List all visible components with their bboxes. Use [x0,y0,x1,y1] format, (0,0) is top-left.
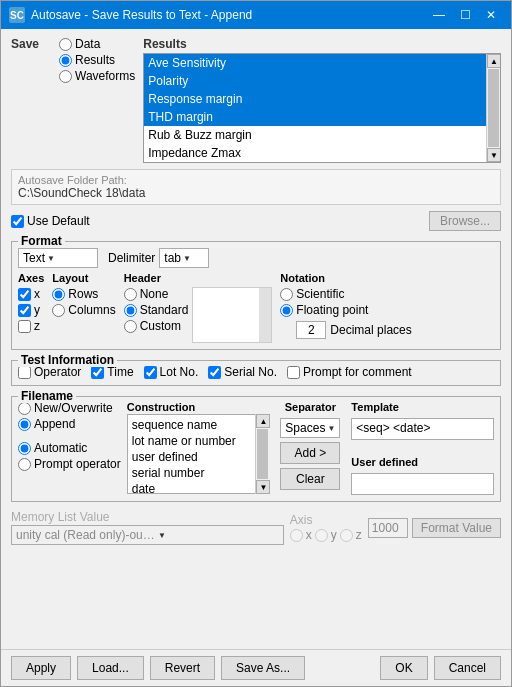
minimize-button[interactable]: — [427,5,451,25]
save-data-option[interactable]: Data [59,37,135,51]
separator-select[interactable]: Spaces ▼ [280,418,340,438]
construction-item[interactable]: serial number [130,465,255,481]
axes-z-row[interactable]: z [18,319,44,333]
operator-row[interactable]: Operator [18,365,81,379]
filename-append-radio[interactable] [18,418,31,431]
time-row[interactable]: Time [91,365,133,379]
decimal-input[interactable] [296,321,326,339]
axis-value-input[interactable] [368,518,408,538]
filename-automatic-row[interactable]: Automatic [18,441,121,455]
save-waveforms-option[interactable]: Waveforms [59,69,135,83]
axis-z-radio[interactable] [340,529,353,542]
filename-automatic-radio[interactable] [18,442,31,455]
scroll-down-arrow[interactable]: ▼ [487,148,501,162]
list-item[interactable]: Polarity [144,72,486,90]
axis-z-row[interactable]: z [340,528,362,542]
add-button[interactable]: Add > [280,442,340,464]
axis-y-row[interactable]: y [315,528,337,542]
list-item[interactable]: Rub & Buzz margin [144,126,486,144]
construction-item[interactable]: date [130,481,255,494]
use-default-checkbox[interactable] [11,215,24,228]
header-content-box[interactable] [192,287,272,343]
filename-prompt-row[interactable]: Prompt operator [18,457,121,471]
filename-group: Filename New/Overwrite Append [11,396,501,502]
save-results-radio[interactable] [59,54,72,67]
axis-x-radio[interactable] [290,529,303,542]
load-button[interactable]: Load... [77,656,144,680]
list-item[interactable]: THD margin [144,108,486,126]
results-list-container[interactable]: Ave Sensitivity Polarity Response margin… [143,53,501,163]
save-data-radio[interactable] [59,38,72,51]
filename-prompt-radio[interactable] [18,458,31,471]
construction-scrollbar[interactable]: ▲ ▼ [255,414,269,494]
prompt-comment-row[interactable]: Prompt for comment [287,365,412,379]
filename-new-radio[interactable] [18,402,31,415]
axes-x-row[interactable]: x [18,287,44,301]
axes-x-checkbox[interactable] [18,288,31,301]
list-item[interactable]: Response margin [144,90,486,108]
notation-scientific-radio[interactable] [280,288,293,301]
save-waveforms-radio[interactable] [59,70,72,83]
apply-button[interactable]: Apply [11,656,71,680]
axes-group: Axes x y z [18,272,44,343]
time-checkbox[interactable] [91,366,104,379]
notation-scientific-row[interactable]: Scientific [280,287,494,301]
delimiter-select[interactable]: tab ▼ [159,248,209,268]
construction-scroll-down[interactable]: ▼ [256,480,270,494]
header-scrollbar[interactable] [259,288,271,342]
axes-y-checkbox[interactable] [18,304,31,317]
cancel-button[interactable]: Cancel [434,656,501,680]
layout-columns-row[interactable]: Columns [52,303,115,317]
memory-list-select[interactable]: unity cal (Read only)-out sens-out ▼ [11,525,284,545]
maximize-button[interactable]: ☐ [453,5,477,25]
serial-no-row[interactable]: Serial No. [208,365,277,379]
scroll-up-arrow[interactable]: ▲ [487,54,501,68]
header-none-radio[interactable] [124,288,137,301]
revert-button[interactable]: Revert [150,656,215,680]
header-none-row[interactable]: None [124,287,189,301]
construction-item[interactable]: lot name or number [130,433,255,449]
layout-rows-radio[interactable] [52,288,65,301]
list-item[interactable]: Ave Sensitivity [144,54,486,72]
header-standard-row[interactable]: Standard [124,303,189,317]
ok-button[interactable]: OK [380,656,427,680]
user-defined-input[interactable] [351,473,494,495]
filename-append-row[interactable]: Append [18,417,121,431]
results-list[interactable]: Ave Sensitivity Polarity Response margin… [144,54,500,162]
construction-scroll-thumb[interactable] [257,429,268,479]
close-button[interactable]: ✕ [479,5,503,25]
construction-scroll-up[interactable]: ▲ [256,414,270,428]
notation-floating-row[interactable]: Floating point [280,303,494,317]
header-custom-radio[interactable] [124,320,137,333]
construction-item[interactable]: sequence name [130,417,255,433]
header-custom-row[interactable]: Custom [124,319,189,333]
format-type-select[interactable]: Text ▼ [18,248,98,268]
axis-x-row[interactable]: x [290,528,312,542]
serial-no-checkbox[interactable] [208,366,221,379]
use-default-checkbox-row[interactable]: Use Default [11,214,90,228]
layout-columns-radio[interactable] [52,304,65,317]
lot-no-checkbox[interactable] [144,366,157,379]
list-item[interactable]: Impedance Zmax [144,144,486,162]
operator-checkbox[interactable] [18,366,31,379]
notation-floating-radio[interactable] [280,304,293,317]
results-scrollbar[interactable]: ▲ ▼ [486,54,500,162]
filename-new-row[interactable]: New/Overwrite [18,401,121,415]
layout-rows-row[interactable]: Rows [52,287,115,301]
axis-y-radio[interactable] [315,529,328,542]
format-value-button[interactable]: Format Value [412,518,501,538]
header-standard-radio[interactable] [124,304,137,317]
axes-y-row[interactable]: y [18,303,44,317]
lot-no-row[interactable]: Lot No. [144,365,199,379]
save-as-button[interactable]: Save As... [221,656,305,680]
construction-list[interactable]: sequence name lot name or number user de… [127,414,270,494]
prompt-comment-checkbox[interactable] [287,366,300,379]
scroll-thumb[interactable] [488,69,499,147]
construction-item[interactable]: user defined [130,449,255,465]
axes-label: Axes [18,272,44,284]
clear-button[interactable]: Clear [280,468,340,490]
save-results-option[interactable]: Results [59,53,135,67]
browse-button[interactable]: Browse... [429,211,501,231]
notation-scientific-label: Scientific [296,287,344,301]
axes-z-checkbox[interactable] [18,320,31,333]
